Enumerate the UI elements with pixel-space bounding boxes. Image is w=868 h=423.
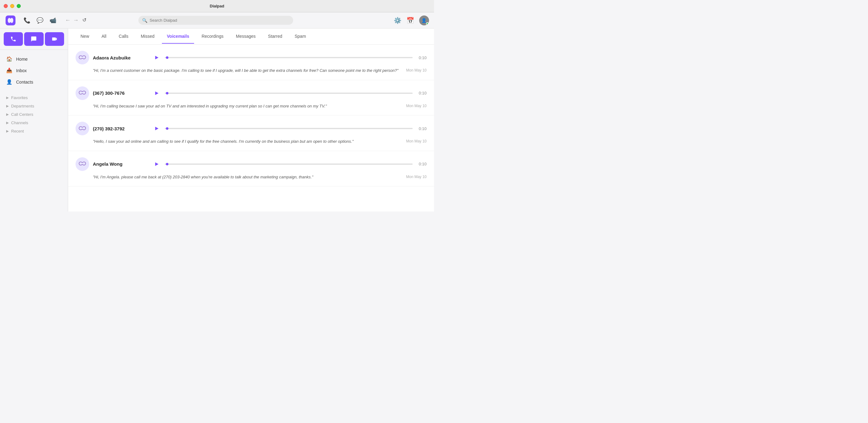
sidebar-item-departments[interactable]: ▶ Departments: [0, 102, 68, 110]
audio-progress-dot: [166, 92, 168, 94]
chat-nav-icon[interactable]: 💬: [36, 17, 43, 24]
forward-arrow[interactable]: →: [73, 17, 79, 24]
voicemail-header: Angela Wong 0:10: [75, 157, 427, 171]
voicemail-item[interactable]: Angela Wong 0:10 "Hi, I'm Angela. please…: [68, 151, 434, 187]
voicemail-date: Mon May 10: [406, 67, 427, 73]
logo-icon: [6, 16, 16, 25]
tab-recordings[interactable]: Recordings: [196, 29, 228, 44]
traffic-lights: [4, 4, 21, 8]
svg-marker-17: [155, 162, 158, 166]
tab-calls[interactable]: Calls: [114, 29, 133, 44]
calendar-icon[interactable]: 📅: [406, 17, 414, 24]
call-centers-label: Call Centers: [11, 112, 33, 117]
search-input[interactable]: [138, 16, 293, 25]
minimize-button[interactable]: [10, 4, 14, 8]
voicemail-item[interactable]: (270) 392-3792 0:10 "Hello, I saw your a…: [68, 116, 434, 151]
voicemail-avatar: [75, 86, 89, 100]
svg-point-1: [10, 18, 13, 23]
app-logo: [5, 15, 16, 26]
sidebar: 🏠 Home 📥 Inbox 👤 Contacts ▶ Favorites: [0, 29, 68, 212]
toolbar-right: ⚙️ 📅 👤: [394, 16, 429, 25]
voicemail-date: Mon May 10: [406, 103, 427, 109]
sidebar-item-channels[interactable]: ▶ Channels: [0, 119, 68, 127]
phone-nav-icon[interactable]: 📞: [24, 17, 30, 24]
home-icon: 🏠: [6, 56, 12, 62]
audio-progress-bar[interactable]: [165, 93, 413, 94]
svg-rect-8: [81, 92, 84, 93]
voicemail-duration: 0:10: [419, 91, 427, 95]
sidebar-item-call-centers[interactable]: ▶ Call Centers: [0, 110, 68, 119]
voicemail-icon: [79, 160, 86, 168]
svg-marker-9: [155, 91, 158, 95]
voicemail-item[interactable]: Adaora Azubuike 0:10 "Hi, I'm a current …: [68, 44, 434, 80]
close-button[interactable]: [4, 4, 8, 8]
voicemail-item[interactable]: (367) 300-7676 0:10 "Hi, I'm calling bec…: [68, 80, 434, 116]
transcript-text: "Hi, I'm calling because I saw your ad o…: [93, 103, 400, 109]
voicemail-header: Adaora Azubuike 0:10: [75, 51, 427, 64]
sidebar-item-contacts[interactable]: 👤 Contacts: [2, 77, 65, 87]
tab-missed[interactable]: Missed: [136, 29, 159, 44]
favorites-label: Favorites: [11, 95, 28, 100]
message-button[interactable]: [24, 32, 43, 46]
voicemail-date: Mon May 10: [406, 174, 427, 180]
voicemail-avatar: [75, 122, 89, 135]
voicemail-icon: [79, 90, 86, 97]
contacts-icon: 👤: [6, 79, 12, 85]
departments-label: Departments: [11, 104, 34, 109]
inbox-label: Inbox: [16, 68, 27, 73]
voicemail-list: Adaora Azubuike 0:10 "Hi, I'm a current …: [68, 44, 434, 212]
tab-starred[interactable]: Starred: [263, 29, 287, 44]
voicemail-header: (367) 300-7676 0:10: [75, 86, 427, 100]
user-avatar[interactable]: 👤: [419, 16, 429, 25]
voicemail-avatar: [75, 157, 89, 171]
svg-rect-4: [81, 57, 84, 58]
svg-rect-16: [81, 163, 84, 164]
refresh-button[interactable]: ↺: [82, 17, 86, 24]
tab-messages[interactable]: Messages: [231, 29, 261, 44]
sidebar-item-home[interactable]: 🏠 Home: [2, 54, 65, 64]
play-button[interactable]: [152, 53, 161, 62]
play-button[interactable]: [152, 89, 161, 97]
svg-marker-13: [155, 127, 158, 130]
tab-spam[interactable]: Spam: [290, 29, 311, 44]
audio-progress-dot: [166, 127, 168, 130]
tab-voicemails[interactable]: Voicemails: [162, 29, 194, 44]
sidebar-actions: [0, 29, 68, 50]
tab-all[interactable]: All: [97, 29, 112, 44]
settings-icon[interactable]: ⚙️: [394, 17, 402, 24]
recent-label: Recent: [11, 129, 24, 133]
sidebar-item-favorites[interactable]: ▶ Favorites: [0, 93, 68, 102]
sidebar-sections: ▶ Favorites ▶ Departments ▶ Call Centers…: [0, 91, 68, 138]
svg-marker-5: [155, 56, 158, 59]
voicemail-caller: (270) 392-3792: [93, 126, 149, 131]
play-button[interactable]: [152, 160, 161, 169]
video-nav-icon[interactable]: 📹: [50, 17, 56, 24]
chevron-right-icon: ▶: [6, 121, 9, 125]
play-button[interactable]: [152, 124, 161, 133]
voicemail-transcript: "Hi, I'm calling because I saw your ad o…: [93, 103, 427, 109]
voicemail-duration: 0:10: [419, 162, 427, 166]
voicemail-transcript: "Hello, I saw your ad online and am call…: [93, 139, 427, 145]
audio-progress-bar[interactable]: [165, 57, 413, 58]
tab-bar: New All Calls Missed Voicemails Recordin…: [68, 29, 434, 44]
maximize-button[interactable]: [17, 4, 21, 8]
search-icon: 🔍: [142, 18, 147, 23]
voicemail-duration: 0:10: [419, 126, 427, 131]
chevron-right-icon: ▶: [6, 96, 9, 100]
tab-new[interactable]: New: [75, 29, 94, 44]
toolbar: 📞 💬 📹 ← → ↺ 🔍 ⚙️ 📅 👤: [0, 12, 434, 29]
main-content: New All Calls Missed Voicemails Recordin…: [68, 29, 434, 212]
sidebar-item-inbox[interactable]: 📥 Inbox: [2, 65, 65, 76]
sidebar-item-recent[interactable]: ▶ Recent: [0, 127, 68, 135]
audio-progress-dot: [166, 56, 168, 59]
chevron-right-icon: ▶: [6, 129, 9, 133]
voicemail-icon: [79, 54, 86, 61]
window-title: Dialpad: [210, 4, 224, 8]
phone-button[interactable]: [4, 32, 23, 46]
video-button[interactable]: [45, 32, 64, 46]
audio-progress-bar[interactable]: [165, 163, 413, 165]
titlebar: Dialpad: [0, 0, 434, 12]
audio-progress-bar[interactable]: [165, 128, 413, 129]
back-arrow[interactable]: ←: [65, 17, 70, 24]
online-status-dot: [426, 22, 429, 25]
